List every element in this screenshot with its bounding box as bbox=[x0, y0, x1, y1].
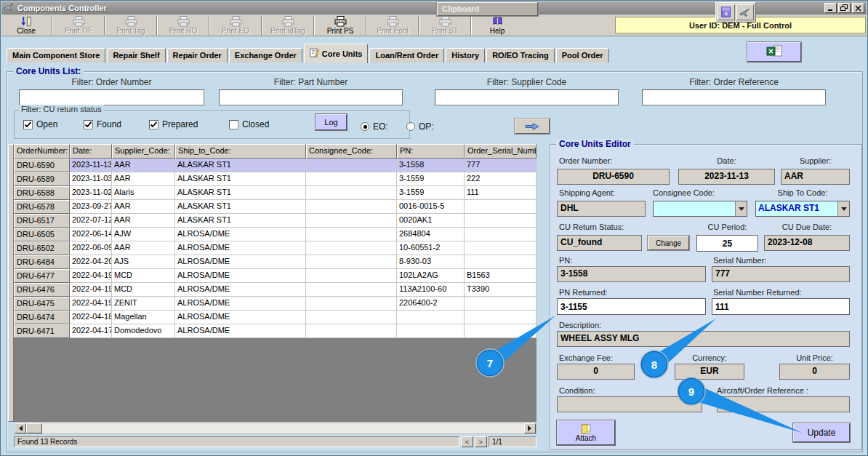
checkbox-prepared[interactable]: Prepared bbox=[149, 119, 198, 129]
consignee-code-dropdown-button[interactable] bbox=[735, 201, 747, 216]
checkbox-box[interactable] bbox=[229, 120, 238, 129]
ship-to-code-combo[interactable]: ALASKAR ST1 bbox=[755, 201, 850, 217]
page-prev-button[interactable]: < bbox=[461, 436, 473, 447]
tab-history[interactable]: History bbox=[446, 48, 485, 63]
cu-return-status-label: CU Return Status: bbox=[559, 223, 624, 231]
table-row[interactable]: DRU-65052022-06-14AJWALROSA/DME2684804 bbox=[14, 228, 537, 241]
checkbox-box[interactable] bbox=[149, 120, 158, 129]
scroll-left-button[interactable] bbox=[15, 423, 26, 433]
table-row[interactable]: DRU-65172022-07-12AARALASKAR ST10020AK1 bbox=[14, 214, 537, 228]
checkbox-open[interactable]: Open bbox=[23, 119, 57, 129]
table-row[interactable]: DRU-65892023-11-03AARALASKAR ST13-155922… bbox=[14, 172, 537, 186]
checkbox-box[interactable] bbox=[23, 120, 33, 129]
column-header-pn[interactable]: PN: bbox=[397, 144, 465, 159]
table-cell: AAR bbox=[112, 214, 175, 228]
update-button[interactable]: Update bbox=[793, 423, 850, 442]
change-button[interactable]: Change bbox=[648, 236, 689, 250]
table-cell: 3-1559 bbox=[397, 172, 465, 186]
pn-label: PN: bbox=[559, 256, 572, 265]
tab-loan-rent-order[interactable]: Loan/Rent Order bbox=[369, 48, 444, 63]
grid-left-strip[interactable] bbox=[8, 144, 14, 422]
table-row[interactable]: DRU-64762022-04-19MCDALROSA/DME113A2100-… bbox=[14, 283, 537, 297]
toolbar-button-close[interactable]: Close bbox=[3, 15, 49, 36]
core-units-list-title: Core Units List: bbox=[13, 66, 84, 76]
pn-returned-label: PN Returned: bbox=[559, 288, 608, 297]
filter-order-reference-input[interactable] bbox=[642, 89, 826, 105]
serial-number-returned-input[interactable] bbox=[712, 298, 850, 315]
column-header-supplier-code[interactable]: Supplier_Code: bbox=[112, 144, 175, 159]
tab-repair-shelf[interactable]: Repair Shelf bbox=[107, 48, 165, 63]
page-next-button[interactable]: > bbox=[475, 436, 487, 447]
tab-main-component-store[interactable]: Main Component Store bbox=[7, 48, 105, 63]
table-row[interactable]: DRU-64772022-04-19MCDALROSA/DME102LA2AGB… bbox=[14, 269, 537, 283]
table-row[interactable]: DRU-64752022-04-19ZENITALROSA/DME2206400… bbox=[14, 297, 537, 311]
check-icon bbox=[84, 121, 92, 129]
scroll-right-button[interactable] bbox=[524, 423, 536, 433]
export-excel-button[interactable] bbox=[747, 42, 801, 62]
clipboard-float-panel[interactable]: Clipboard bbox=[437, 2, 538, 16]
filter-supplier-code-input[interactable] bbox=[435, 89, 619, 105]
tab-pool-order[interactable]: Pool Order bbox=[556, 48, 609, 63]
log-button[interactable]: Log bbox=[316, 114, 347, 130]
column-header-ship-to-code[interactable]: Ship_to_Code: bbox=[175, 144, 306, 159]
tab-core-units[interactable]: Core Units bbox=[304, 44, 369, 63]
table-cell: ALROSA/DME bbox=[175, 324, 306, 338]
app-window: Components Controller Clipboard s CloseP… bbox=[0, 0, 868, 456]
tab-exchange-order[interactable]: Exchange Order bbox=[229, 48, 302, 63]
core-units-tab-icon-wrap bbox=[310, 48, 319, 59]
column-header-ordernumber[interactable]: OrderNumber: bbox=[14, 144, 70, 159]
table-cell: 2022-04-20 bbox=[70, 255, 112, 269]
radio-eo[interactable]: EO: bbox=[361, 121, 388, 132]
cu-period-input[interactable] bbox=[696, 235, 758, 252]
toolbar-separator bbox=[52, 16, 53, 35]
table-row[interactable]: DRU-64712022-04-17DomodedovoALROSA/DME bbox=[14, 324, 537, 338]
close-window-button[interactable] bbox=[852, 3, 864, 13]
tab-label: Core Units bbox=[322, 49, 363, 58]
table-cell: 0016-0015-5 bbox=[397, 200, 465, 214]
radio-circle[interactable] bbox=[406, 122, 415, 131]
apply-filter-button[interactable] bbox=[515, 119, 550, 134]
close-icon bbox=[855, 5, 861, 12]
filter-field-filter-order-reference: Filter: Order Reference bbox=[642, 77, 826, 105]
table-row[interactable]: DRU-65022022-06-09AARALROSA/DME10-60551-… bbox=[14, 241, 537, 255]
table-cell bbox=[465, 228, 537, 241]
table-cell: ALROSA/DME bbox=[175, 283, 306, 297]
minimize-button[interactable] bbox=[824, 3, 837, 13]
checkbox-label: Prepared bbox=[162, 119, 198, 129]
table-cell: ALROSA/DME bbox=[175, 228, 306, 241]
consignee-code-combo[interactable] bbox=[653, 201, 747, 217]
plane-button[interactable] bbox=[736, 4, 754, 20]
tab-ro-eo-tracing[interactable]: RO/EO Tracing bbox=[486, 48, 555, 63]
column-header-order-serial-numb[interactable]: Order_Serial_Numb bbox=[465, 144, 537, 159]
toolbar-button-help[interactable]: Help bbox=[474, 15, 521, 36]
scroll-thumb[interactable] bbox=[26, 423, 42, 433]
pn-returned-input[interactable] bbox=[557, 298, 706, 315]
table-row[interactable]: DRU-64742022-04-18MagellanALROSA/DME bbox=[14, 311, 537, 324]
toolbar-button-print-ps[interactable]: Print PS bbox=[317, 15, 363, 36]
clipboard-panel-title: Clipboard bbox=[442, 4, 479, 13]
filter-order-number-input[interactable] bbox=[19, 89, 204, 105]
toolbar-button-label: Close bbox=[17, 28, 36, 35]
ship-to-code-dropdown-button[interactable] bbox=[837, 201, 849, 216]
table-h-scrollbar[interactable] bbox=[14, 423, 537, 434]
s-doc-button[interactable]: s bbox=[718, 4, 735, 20]
column-header-date[interactable]: Date: bbox=[70, 144, 112, 159]
tab-repair-order[interactable]: Repair Order bbox=[167, 48, 228, 63]
column-header-consignee-code[interactable]: Consignee_Code: bbox=[306, 144, 397, 159]
printer-icon bbox=[334, 16, 347, 27]
restore-button[interactable] bbox=[838, 3, 851, 13]
checkbox-box[interactable] bbox=[84, 120, 93, 129]
tab-label: Pool Order bbox=[562, 51, 603, 60]
toolbar-separator bbox=[418, 16, 419, 35]
radio-op[interactable]: OP: bbox=[406, 121, 434, 132]
filter-part-number-input[interactable] bbox=[219, 89, 403, 105]
table-row[interactable]: DRU-65782023-09-27AARALASKAR ST10016-001… bbox=[14, 200, 537, 214]
svg-text:s: s bbox=[725, 10, 728, 17]
checkbox-found[interactable]: Found bbox=[84, 119, 121, 129]
table-row[interactable]: DRU-64842022-04-20AJSALROSA/DME8-930-03 bbox=[14, 255, 537, 269]
checkbox-closed[interactable]: Closed bbox=[229, 119, 269, 129]
attach-button[interactable]: Attach bbox=[557, 420, 615, 445]
table-row[interactable]: DRU-65902023-11-13AARALASKAR ST13-155877… bbox=[14, 159, 537, 172]
radio-circle[interactable] bbox=[361, 122, 369, 131]
table-row[interactable]: DRU-65882023-11-02AlarisALASKAR ST13-155… bbox=[14, 186, 537, 200]
